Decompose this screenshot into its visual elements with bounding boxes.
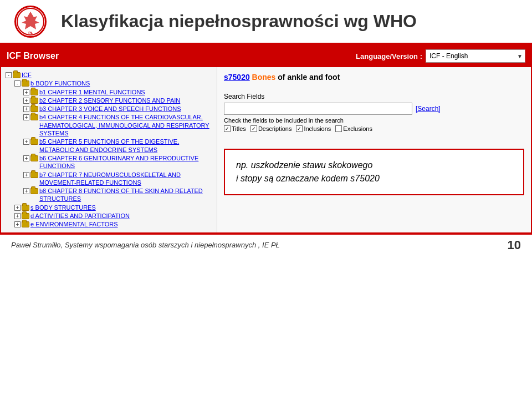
note-box: np. uszkodzenie stawu skokowego i stopy … [224, 149, 524, 195]
checkbox-exclusions-box[interactable] [335, 125, 342, 132]
checkbox-descriptions-box[interactable]: ✓ [250, 125, 257, 132]
folder-icon-b6 [30, 155, 38, 161]
language-select-wrapper[interactable]: ICF - English [426, 49, 525, 63]
header: PŁ Klasyfikacja niepełnosprawności wg WH… [0, 0, 532, 44]
folder-icon-b [22, 80, 29, 87]
checkbox-titles-label: Titles [232, 125, 246, 132]
checkbox-titles-box[interactable]: ✓ [224, 125, 231, 132]
language-area: Language/Version : ICF - English [356, 49, 525, 63]
folder-icon-b2 [30, 98, 38, 104]
tree-label-b6[interactable]: b6 CHAPTER 6 GENITOURINARY AND REPRODUCT… [39, 154, 214, 170]
expand-icon-b4[interactable]: + [23, 114, 29, 120]
note-line1: np. uszkodzenie stawu skokowego [236, 159, 512, 172]
expand-icon-root[interactable]: - [6, 72, 12, 78]
tree-label-b7[interactable]: b7 CHAPTER 7 NEUROMUSCULOSKELETAL AND MO… [39, 171, 214, 187]
tree-root[interactable]: - ICF [3, 71, 214, 79]
folder-icon-e [22, 221, 29, 227]
item-title-highlight: Bones of ankle and foot [252, 73, 340, 82]
tree-label-d[interactable]: d ACTIVITIES AND PARTICIPATION [30, 212, 130, 220]
folder-icon-d [22, 213, 29, 219]
expand-icon-s[interactable]: + [14, 205, 21, 211]
checkbox-inclusions-box[interactable]: ✓ [296, 125, 303, 132]
language-select[interactable]: ICF - English [426, 49, 525, 63]
search-button[interactable]: [Search] [416, 105, 441, 113]
tree-item-d[interactable]: + d ACTIVITIES AND PARTICIPATION [3, 212, 214, 220]
expand-icon-b8[interactable]: + [23, 188, 29, 194]
checkbox-inclusions-label: Inclusions [304, 125, 331, 132]
expand-icon-b5[interactable]: + [23, 139, 29, 145]
tree-item-b8[interactable]: + b8 CHAPTER 8 FUNCTIONS OF THE SKIN AND… [3, 187, 214, 203]
folder-icon-b4 [30, 114, 38, 120]
search-input[interactable] [224, 103, 412, 115]
tree-label-s[interactable]: s BODY STRUCTURES [30, 204, 96, 211]
language-label: Language/Version : [356, 52, 422, 60]
folder-icon-s [22, 205, 29, 211]
search-row: [Search] [224, 103, 524, 115]
checkbox-inclusions[interactable]: ✓ Inclusions [296, 125, 331, 132]
browser-bar: ICF Browser Language/Version : ICF - Eng… [0, 46, 532, 66]
tree-item-b6[interactable]: + b6 CHAPTER 6 GENITOURINARY AND REPRODU… [3, 154, 214, 170]
expand-icon-b3[interactable]: + [23, 106, 29, 112]
checkbox-titles[interactable]: ✓ Titles [224, 125, 246, 132]
tree-label-b2[interactable]: b2 CHAPTER 2 SENSORY FUNCTIONS AND PAIN [39, 97, 180, 104]
folder-icon-b3 [30, 106, 38, 112]
browser-content: - ICF - b BODY FUNCTIONS + b1 CHAPTER 1 … [0, 66, 532, 234]
checkbox-exclusions-label: Exclusions [343, 125, 372, 132]
right-panel: s75020 Bones of ankle and foot Search Fi… [217, 67, 531, 232]
checkbox-exclusions[interactable]: Exclusions [335, 125, 372, 132]
tree-label-e[interactable]: e ENVIRONMENTAL FACTORS [30, 220, 118, 228]
checkbox-descriptions[interactable]: ✓ Descriptions [250, 125, 292, 132]
tree-item-b4[interactable]: + b4 CHAPTER 4 FUNCTIONS OF THE CARDIOVA… [3, 113, 214, 137]
tree-item-b5[interactable]: + b5 CHAPTER 5 FUNCTIONS OF THE DIGESTIV… [3, 138, 214, 154]
item-title: s75020 Bones of ankle and foot [224, 73, 524, 82]
tree-item-e[interactable]: + e ENVIRONMENTAL FACTORS [3, 220, 214, 228]
folder-icon-b7 [30, 172, 38, 178]
logo-area: PŁ [11, 5, 50, 38]
svg-text:PŁ: PŁ [28, 31, 33, 34]
university-logo: PŁ [14, 6, 47, 38]
expand-icon-b1[interactable]: + [23, 89, 29, 95]
page-title: Klasyfikacja niepełnosprawności wg WHO [61, 11, 417, 32]
checkboxes-row: ✓ Titles ✓ Descriptions ✓ Inclusions Exc… [224, 125, 524, 132]
tree-label-b4[interactable]: b4 CHAPTER 4 FUNCTIONS OF THE CARDIOVASC… [39, 113, 214, 137]
folder-icon-root [13, 72, 21, 78]
browser-title: ICF Browser [7, 51, 59, 61]
footer-text: Paweł Strumiłło, Systemy wspomagania osó… [11, 241, 280, 249]
expand-icon-b7[interactable]: + [23, 172, 29, 178]
tree-label-b[interactable]: b BODY FUNCTIONS [30, 79, 90, 87]
footer-page-number: 10 [508, 238, 521, 252]
note-line2: i stopy są oznaczane kodem s75020 [236, 172, 512, 185]
tree-item-b7[interactable]: + b7 CHAPTER 7 NEUROMUSCULOSKELETAL AND … [3, 171, 214, 187]
expand-icon-b[interactable]: - [14, 80, 21, 87]
expand-icon-d[interactable]: + [14, 213, 21, 219]
expand-icon-b2[interactable]: + [23, 98, 29, 104]
search-area: Search Fields [Search] Check the fields … [224, 93, 524, 132]
tree-label-b5[interactable]: b5 CHAPTER 5 FUNCTIONS OF THE DIGESTIVE,… [39, 138, 214, 154]
tree-panel: - ICF - b BODY FUNCTIONS + b1 CHAPTER 1 … [1, 67, 217, 232]
tree-label-b1[interactable]: b1 CHAPTER 1 MENTAL FUNCTIONS [39, 88, 145, 96]
expand-icon-b6[interactable]: + [23, 155, 29, 161]
search-fields-label: Search Fields [224, 93, 524, 100]
svg-marker-1 [22, 12, 39, 29]
folder-icon-b8 [30, 188, 38, 194]
check-fields-label: Check the fields to be included in the s… [224, 117, 524, 124]
tree-item-b3[interactable]: + b3 CHAPTER 3 VOICE AND SPEECH FUNCTION… [3, 105, 214, 113]
item-code[interactable]: s75020 [224, 73, 250, 82]
folder-icon-b1 [30, 89, 38, 95]
tree-item-s[interactable]: + s BODY STRUCTURES [3, 204, 214, 211]
expand-icon-e[interactable]: + [14, 221, 21, 227]
checkbox-descriptions-label: Descriptions [258, 125, 292, 132]
tree-item-b1[interactable]: + b1 CHAPTER 1 MENTAL FUNCTIONS [3, 88, 214, 96]
tree-label-b3[interactable]: b3 CHAPTER 3 VOICE AND SPEECH FUNCTIONS [39, 105, 181, 113]
folder-icon-b5 [30, 139, 38, 145]
tree-label-b8[interactable]: b8 CHAPTER 8 FUNCTIONS OF THE SKIN AND R… [39, 187, 214, 203]
footer: Paweł Strumiłło, Systemy wspomagania osó… [0, 234, 532, 256]
tree-item-b[interactable]: - b BODY FUNCTIONS [3, 79, 214, 87]
tree-item-b2[interactable]: + b2 CHAPTER 2 SENSORY FUNCTIONS AND PAI… [3, 97, 214, 104]
tree-label-root[interactable]: ICF [22, 71, 32, 79]
